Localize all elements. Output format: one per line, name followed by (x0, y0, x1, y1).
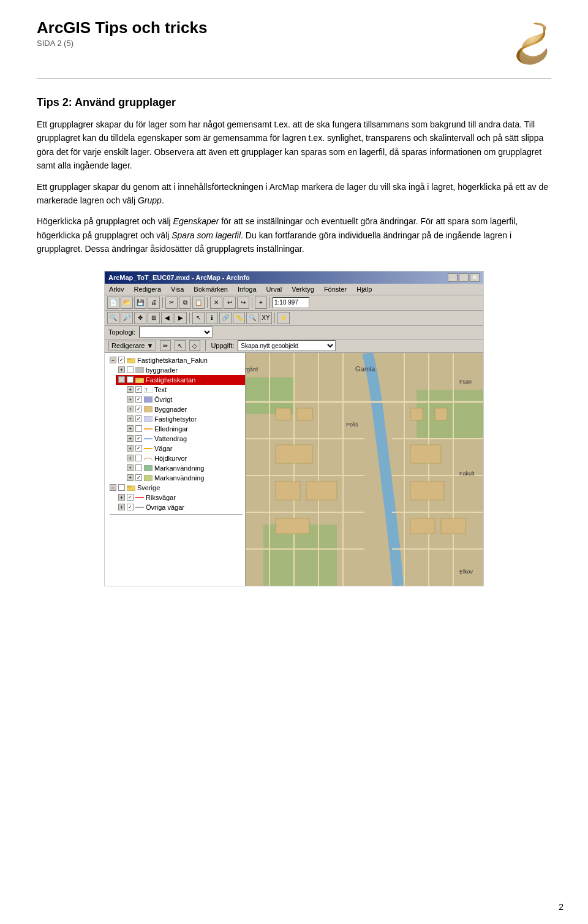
toc-checkbox[interactable] (118, 484, 125, 491)
toc-checkbox[interactable] (127, 376, 134, 383)
toc-checkbox[interactable] (118, 357, 125, 363)
tb-redo[interactable]: ↪ (237, 297, 249, 309)
layer-color (144, 405, 153, 414)
tb2-sep-1 (189, 312, 190, 324)
tb-nextview[interactable]: ▶ (175, 312, 187, 324)
toc-item-hojdkurvor[interactable]: + Höjdkurvor (124, 453, 245, 463)
tb-hyperlink[interactable]: 🔗 (219, 312, 232, 324)
toc-item-fastighetskartan-falun[interactable]: − Fastighetskartan_Falun (107, 355, 245, 365)
tb-paste[interactable]: 📋 (192, 297, 205, 309)
expand-icon[interactable]: + (127, 406, 134, 412)
menu-urval[interactable]: Urval (265, 285, 284, 293)
edit-select[interactable]: ↖ (175, 340, 186, 351)
toc-item-sverige[interactable]: − Sverige (107, 483, 245, 493)
toc-item-ovriga-vagar[interactable]: + Övriga vägar (116, 502, 245, 512)
minimize-button[interactable]: _ (448, 273, 458, 282)
tb-add-data[interactable]: + (255, 297, 267, 309)
menu-redigera[interactable]: Redigera (132, 285, 163, 293)
toc-checkbox[interactable] (135, 464, 142, 471)
tb-xy[interactable]: XY (260, 312, 272, 324)
tb-measure[interactable]: 📏 (233, 312, 245, 324)
toc-item-fastighetsytor[interactable]: + Fastighetsytor (124, 414, 245, 424)
tb-lightning[interactable]: ⚡ (277, 312, 290, 324)
svg-text:Elkov: Elkov (459, 569, 473, 575)
svg-text:Polis: Polis (346, 422, 358, 428)
menu-verktyg[interactable]: Verktyg (290, 285, 316, 293)
italic-egenskaper: Egenskaper (173, 216, 219, 226)
expand-icon[interactable]: + (127, 474, 134, 481)
svg-rect-7 (144, 396, 153, 403)
expand-icon[interactable]: + (127, 455, 134, 461)
tb-pan[interactable]: ✥ (134, 312, 146, 324)
toc-item-text[interactable]: + T Text (124, 385, 245, 395)
toc-checkbox[interactable] (127, 366, 134, 373)
tb-find[interactable]: 🔍 (246, 312, 258, 324)
topo-select[interactable] (139, 327, 213, 338)
toc-checkbox[interactable] (135, 474, 142, 481)
tb-copy[interactable]: ⧉ (179, 297, 191, 309)
tb-save[interactable]: 💾 (134, 297, 146, 309)
toc-checkbox[interactable] (127, 494, 134, 501)
expand-icon[interactable]: + (127, 435, 134, 442)
expand-icon[interactable]: + (127, 386, 134, 393)
svg-rect-50 (441, 518, 466, 534)
toc-item-vagar[interactable]: + Vägar (124, 444, 245, 453)
menu-fonster[interactable]: Fönster (322, 285, 349, 293)
expand-icon[interactable]: + (118, 366, 125, 373)
tb-print[interactable]: 🖨 (148, 297, 160, 309)
tb-prevext[interactable]: ◀ (161, 312, 173, 324)
expand-icon[interactable]: − (110, 484, 116, 491)
scale-input[interactable] (273, 297, 309, 308)
expand-icon[interactable]: + (127, 425, 134, 432)
expand-icon[interactable]: + (127, 396, 134, 403)
toc-item-markanvandning-1[interactable]: + Markanvändning (124, 463, 245, 473)
close-button[interactable]: ✕ (470, 273, 480, 282)
tb-open[interactable]: 📂 (121, 297, 133, 309)
toc-item-fastighetskartan[interactable]: − Fastighetskartan (116, 375, 245, 385)
tb-cut[interactable]: ✂ (165, 297, 178, 309)
toc-checkbox[interactable] (127, 504, 134, 510)
tb-del[interactable]: ✕ (210, 297, 222, 309)
tb-undo[interactable]: ↩ (224, 297, 236, 309)
page-number: 2 (559, 902, 564, 912)
toc-item-byggnader-top[interactable]: + byggnader (116, 365, 245, 375)
menu-arkiv[interactable]: Arkiv (107, 285, 126, 293)
expand-icon[interactable]: + (127, 464, 134, 471)
toc-checkbox[interactable] (135, 396, 142, 403)
menu-hjalp[interactable]: Hjälp (355, 285, 374, 293)
menu-infoga[interactable]: Infoga (236, 285, 258, 293)
tb-fullext[interactable]: ⊞ (148, 312, 160, 324)
toc-item-riksvagar[interactable]: + Riksvägar (116, 493, 245, 502)
toc-item-byggnader[interactable]: + Byggnader (124, 404, 245, 414)
toc-item-markanvandning-2[interactable]: + Markanvändning (124, 473, 245, 483)
expand-icon[interactable]: + (118, 494, 125, 501)
toc-checkbox[interactable] (135, 386, 142, 393)
toc-checkbox[interactable] (135, 455, 142, 461)
edit-node[interactable]: ◇ (189, 340, 200, 351)
menu-bokmarken[interactable]: Bokmärken (192, 285, 230, 293)
toc-checkbox[interactable] (135, 415, 142, 422)
maximize-button[interactable]: □ (459, 273, 469, 282)
tb-select[interactable]: ↖ (192, 312, 205, 324)
tb-info[interactable]: ℹ (206, 312, 218, 324)
toc-checkbox[interactable] (135, 425, 142, 432)
toc-checkbox[interactable] (135, 445, 142, 452)
toc-checkbox[interactable] (135, 406, 142, 412)
toc-label: Text (154, 386, 167, 393)
task-select[interactable]: Skapa nytt geoobjekt (238, 340, 336, 351)
menu-visa[interactable]: Visa (169, 285, 186, 293)
expand-icon[interactable]: + (127, 415, 134, 422)
expand-icon[interactable]: − (110, 357, 116, 363)
tb-new[interactable]: 📄 (107, 297, 119, 309)
edit-label[interactable]: Redigerare ▼ (108, 341, 156, 350)
expand-icon[interactable]: + (127, 445, 134, 452)
toc-item-elledningar[interactable]: + Elledningar (124, 424, 245, 434)
toc-item-vattendrag[interactable]: + Vattendrag (124, 434, 245, 444)
tb-zoom-out[interactable]: 🔎 (121, 312, 133, 324)
toc-checkbox[interactable] (135, 435, 142, 442)
expand-icon[interactable]: + (118, 504, 125, 510)
expand-icon[interactable]: − (118, 376, 125, 383)
edit-pencil[interactable]: ✏ (160, 340, 171, 351)
tb-zoom-in[interactable]: 🔍 (107, 312, 119, 324)
toc-item-ovrigt[interactable]: + Övrigt (124, 395, 245, 404)
